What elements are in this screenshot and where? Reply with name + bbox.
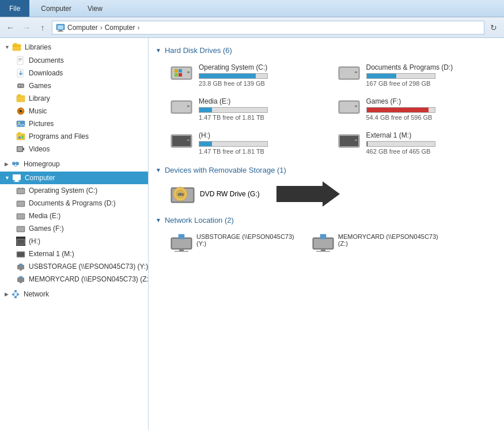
- dvd-drive-icon: DVD: [170, 183, 195, 205]
- arrow-head: [323, 181, 340, 207]
- drive-docs-d[interactable]: Documents & Programs (D:) 167 GB free of…: [332, 59, 498, 91]
- file-menu[interactable]: File: [0, 0, 29, 17]
- network-label: Network: [24, 290, 49, 298]
- homegroup-icon: [11, 159, 20, 169]
- svg-rect-28: [17, 147, 22, 151]
- drive-h[interactable]: (H:) 1.47 TB free of 1.81 TB: [165, 127, 330, 159]
- games-label: Games: [29, 82, 51, 90]
- sidebar-item-usbstorage[interactable]: USBSTORAGE (\\EPSON045C73) (Y:): [0, 260, 148, 273]
- sidebar-item-programs-files[interactable]: Programs and Files: [0, 130, 148, 143]
- view-tab[interactable]: View: [81, 0, 109, 17]
- svg-point-30: [16, 162, 19, 165]
- address-bar: ← → ↑ Computer › Computer › ↻: [0, 17, 504, 38]
- downloads-icon: [16, 69, 25, 78]
- sidebar-item-videos[interactable]: Videos: [0, 143, 148, 155]
- sidebar-libraries-header[interactable]: ▼ Libraries: [0, 40, 148, 54]
- music-label: Music: [29, 107, 47, 115]
- breadcrumb-current: Computer: [105, 24, 135, 32]
- svg-rect-25: [21, 135, 24, 139]
- svg-rect-36: [17, 189, 24, 193]
- svg-rect-49: [17, 265, 24, 269]
- sidebar-item-ext1-m[interactable]: External 1 (M:): [0, 248, 148, 260]
- drive-media-e-icon: [170, 97, 193, 116]
- ext1-m-icon: [16, 249, 25, 258]
- svg-rect-3: [58, 31, 63, 32]
- sidebar-item-os-c[interactable]: Operating System (C:): [0, 184, 148, 197]
- music-icon: [16, 106, 25, 116]
- net-memorycard-icon: [312, 233, 335, 252]
- svg-rect-68: [179, 73, 182, 77]
- drive-h-icon: [170, 131, 193, 150]
- drive-os-c-info: Operating System (C:) 23.8 GB free of 13…: [195, 63, 325, 87]
- sidebar-item-games[interactable]: Games: [0, 79, 148, 92]
- libraries-icon: [12, 43, 21, 52]
- svg-rect-56: [12, 294, 14, 295]
- back-button[interactable]: ←: [3, 21, 17, 35]
- hdd-section-header[interactable]: ▼ Hard Disk Drives (6): [156, 46, 497, 55]
- svg-point-19: [20, 110, 22, 112]
- drive-ext1-m-icon: [338, 131, 361, 150]
- computer-tab[interactable]: Computer: [34, 0, 78, 17]
- sidebar-item-media-e[interactable]: Media (E:): [0, 210, 148, 222]
- hdd-section-label: Hard Disk Drives (6): [165, 46, 232, 55]
- svg-rect-75: [187, 105, 190, 107]
- memorycard-icon: [16, 275, 25, 284]
- drive-games-f[interactable]: Games (F:) 54.4 GB free of 596 GB: [332, 93, 498, 125]
- svg-line-59: [13, 292, 16, 294]
- breadcrumb-end-arrow: ›: [137, 24, 139, 32]
- svg-point-14: [21, 85, 22, 86]
- docs-d-label: Documents & Programs (D:): [29, 199, 116, 207]
- svg-line-62: [16, 295, 18, 296]
- sidebar-item-h[interactable]: (H:): [0, 235, 148, 248]
- breadcrumb-arrow: ›: [100, 24, 103, 32]
- h-label: (H:): [29, 237, 40, 245]
- sidebar-item-music[interactable]: Music: [0, 105, 148, 117]
- sidebar-item-library[interactable]: Library: [0, 92, 148, 105]
- network-icon: [11, 290, 20, 299]
- svg-rect-38: [22, 188, 23, 189]
- pictures-label: Pictures: [29, 120, 54, 128]
- net-usbstorage-name: USBSTORAGE (\\EPSON045C73) (Y:): [196, 233, 294, 247]
- net-memorycard-name: MEMORYCARD (\\EPSON045C73) (Z:): [338, 233, 438, 247]
- up-button[interactable]: ↑: [36, 21, 50, 35]
- svg-rect-5: [13, 45, 21, 47]
- svg-rect-92: [172, 239, 191, 248]
- drive-docs-d-icon-area: [338, 63, 363, 83]
- svg-text:DVD: DVD: [178, 193, 184, 196]
- sidebar-item-memorycard[interactable]: MEMORYCARD (\\EPSON045C73) (Z:): [0, 273, 148, 286]
- sidebar-item-network[interactable]: ▶ Network: [0, 288, 148, 300]
- drive-media-e[interactable]: Media (E:) 1.47 TB free of 1.81 TB: [165, 93, 330, 125]
- sidebar-item-computer[interactable]: ▼ Computer: [0, 172, 148, 184]
- net-item-memorycard[interactable]: MEMORYCARD (\\EPSON045C73) (Z:): [306, 229, 444, 256]
- sidebar-item-games-f[interactable]: Games (F:): [0, 222, 148, 235]
- svg-rect-9: [18, 59, 22, 60]
- drive-games-f-icon-area: [338, 97, 363, 117]
- drive-ext1-m[interactable]: External 1 (M:) 462 GB free of 465 GB: [332, 127, 498, 159]
- drive-games-f-info: Games (F:) 54.4 GB free of 596 GB: [363, 97, 492, 121]
- sidebar-item-downloads[interactable]: Downloads: [0, 67, 148, 79]
- sidebar-item-pictures[interactable]: Pictures: [0, 117, 148, 130]
- drive-media-e-fill: [199, 108, 212, 112]
- libraries-label: Libraries: [25, 43, 51, 51]
- drive-os-c[interactable]: Operating System (C:) 23.8 GB free of 13…: [165, 59, 330, 91]
- refresh-button[interactable]: ↻: [487, 21, 501, 35]
- svg-rect-52: [17, 277, 24, 282]
- sidebar-item-docs-d[interactable]: Documents & Programs (D:): [0, 197, 148, 210]
- drive-ext1-m-info: External 1 (M:) 462 GB free of 465 GB: [363, 131, 492, 155]
- removable-section-header[interactable]: ▼ Devices with Removable Storage (1): [156, 166, 497, 174]
- address-breadcrumb[interactable]: Computer › Computer ›: [52, 21, 484, 35]
- net-item-usbstorage[interactable]: USBSTORAGE (\\EPSON045C73) (Y:): [165, 229, 300, 256]
- sidebar-item-homegroup[interactable]: ▶ Homegroup: [0, 158, 148, 170]
- homegroup-chevron: ▶: [5, 161, 9, 167]
- svg-rect-58: [14, 296, 17, 298]
- breadcrumb-computer: Computer: [67, 24, 98, 32]
- drive-games-f-name: Games (F:): [366, 97, 492, 105]
- forward-button[interactable]: →: [20, 21, 33, 35]
- network-section-header[interactable]: ▼ Network Location (2): [156, 216, 497, 224]
- computer-nav-icon: [12, 173, 21, 182]
- network-section-label: Network Location (2): [165, 216, 234, 224]
- dvd-drive-item[interactable]: DVD DVD RW Drive (G:): [165, 179, 265, 209]
- sidebar-item-documents[interactable]: Documents: [0, 54, 148, 67]
- svg-rect-54: [20, 282, 22, 283]
- svg-rect-23: [18, 132, 21, 134]
